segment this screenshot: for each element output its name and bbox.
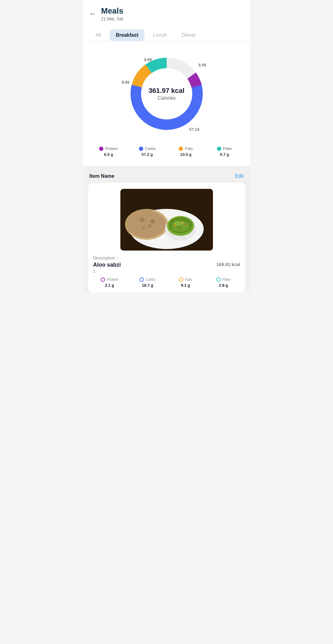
- fats-value: 10.0 g: [180, 152, 192, 157]
- carbs-name: Carbs: [145, 146, 156, 151]
- meal-name: Aloo sabzi: [93, 262, 121, 268]
- legend-fiber: Fiber 9.7 g: [205, 146, 244, 157]
- legend-fats: Fats 10.0 g: [167, 146, 205, 157]
- fats-name: Fats: [185, 146, 193, 151]
- tab-lunch[interactable]: Lunch: [147, 29, 173, 41]
- items-header-title: Item Name: [89, 173, 114, 179]
- nutrient-carbs-label: Carbs: [145, 277, 155, 282]
- nutrient-carbs: Carbs 18.7 g: [129, 277, 167, 288]
- tab-all[interactable]: All: [89, 29, 107, 41]
- tab-breakfast[interactable]: Breakfast: [110, 29, 144, 41]
- meal-quantity: 1: [88, 269, 245, 274]
- fiber-name: Fiber: [223, 146, 232, 151]
- svg-point-11: [142, 227, 145, 230]
- back-button[interactable]: ←: [89, 10, 96, 18]
- meal-name-row: Aloo sabzi 169.81 kcal: [88, 262, 245, 268]
- nutrient-protein: Protein 2.1 g: [91, 277, 129, 288]
- carbs-value: 57.2 g: [141, 152, 153, 157]
- svg-point-12: [151, 219, 155, 223]
- nutrient-fats-label: Fats: [185, 277, 192, 282]
- svg-point-10: [148, 224, 152, 228]
- legend-row: Protein 8.5 g Carbs 57.2 g Fats 10.0 g F…: [89, 143, 244, 160]
- nutrient-protein-label: Protein: [106, 277, 118, 282]
- nutrient-protein-value: 2.1 g: [105, 283, 114, 288]
- food-svg: [120, 189, 213, 251]
- svg-point-9: [139, 217, 144, 222]
- nutrient-carbs-value: 18.7 g: [142, 283, 153, 288]
- items-header: Item Name Edit: [88, 171, 245, 183]
- nutrient-carbs-icon: [139, 277, 144, 282]
- meal-image: [120, 189, 213, 251]
- nutrient-fiber-icon: [216, 277, 221, 282]
- nutrient-fats-value: 9.1 g: [181, 283, 190, 288]
- fiber-label: 9.69: [144, 57, 152, 62]
- legend-carbs: Carbs 57.2 g: [128, 146, 167, 157]
- protein-value: 8.5 g: [104, 152, 113, 157]
- header-text: Meals 21 Mar, Sat: [101, 6, 123, 21]
- svg-point-8: [127, 211, 166, 238]
- header: ← Meals 21 Mar, Sat: [83, 0, 250, 24]
- edit-button[interactable]: Edit: [235, 173, 244, 179]
- meal-nutrients: Protein 2.1 g Carbs 18.7 g Fats 9.1 g: [88, 277, 245, 288]
- chart-labels: 9.69 8.48 9.99 57.24: [123, 51, 210, 137]
- svg-point-22: [171, 221, 190, 232]
- nutrient-fiber: Fiber 2.9 g: [205, 277, 243, 288]
- protein-name: Protein: [105, 146, 118, 151]
- carbs-dot: [139, 147, 143, 151]
- page-title: Meals: [101, 6, 123, 16]
- chart-section: 361.97 kcal Calories 9.69 8.48 9.99 57.2…: [83, 41, 250, 166]
- fats-dot: [179, 147, 183, 151]
- fiber-value: 9.7 g: [220, 152, 229, 157]
- meal-kcal: 169.81 kcal: [216, 262, 240, 267]
- nutrient-fiber-label: Fiber: [222, 277, 231, 282]
- meal-card: Description: - Aloo sabzi 169.81 kcal 1 …: [88, 183, 245, 293]
- protein-dot: [99, 147, 103, 151]
- items-section: Item Name Edit: [83, 166, 250, 293]
- fiber-dot: [217, 147, 221, 151]
- donut-chart: 361.97 kcal Calories 9.69 8.48 9.99 57.2…: [123, 51, 210, 137]
- nutrient-fats: Fats 9.1 g: [167, 277, 205, 288]
- nutrient-fats-icon: [179, 277, 183, 282]
- tabs-container: All Breakfast Lunch Dinner: [83, 24, 250, 41]
- nutrient-protein-icon: [101, 277, 105, 282]
- meal-description: Description: -: [88, 256, 245, 260]
- tab-dinner[interactable]: Dinner: [175, 29, 202, 41]
- nutrient-fiber-value: 2.9 g: [219, 283, 228, 288]
- fats-label: 9.99: [122, 80, 129, 85]
- legend-protein: Protein 8.5 g: [89, 146, 128, 157]
- carbs-label: 57.24: [189, 127, 199, 132]
- page-subtitle: 21 Mar, Sat: [101, 16, 123, 21]
- protein-label: 8.48: [198, 63, 206, 67]
